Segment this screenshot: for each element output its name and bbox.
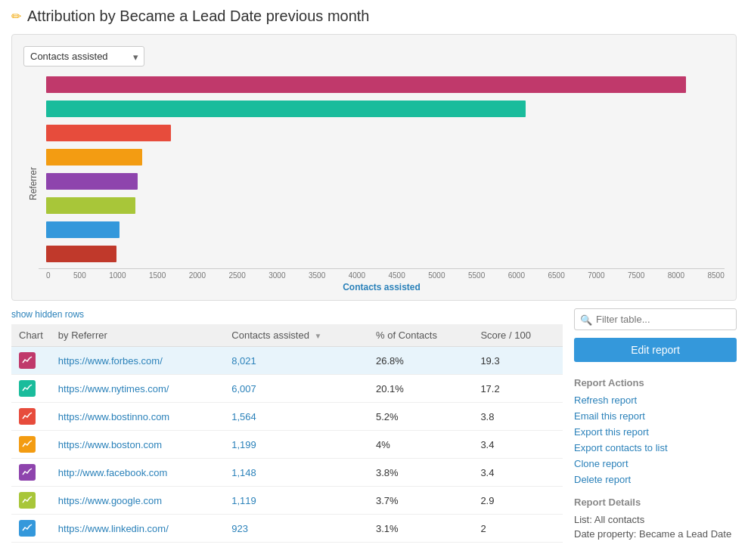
action-link-delete[interactable]: Delete report: [574, 474, 737, 485]
contacts-assisted-cell: 8,021: [224, 347, 368, 375]
referrer-cell: https://www.forbes.com/: [51, 347, 224, 375]
pct-contacts-cell: 5.2%: [368, 403, 473, 431]
detail-date-property: Date property: Became a Lead Date: [574, 528, 737, 540]
table-row: https://www.nytimes.com/ 6,007 20.1% 17.…: [11, 375, 563, 403]
data-table: Chart by Referrer Contacts assisted ▼ % …: [11, 324, 563, 543]
referrer-link[interactable]: http://www.facebook.com: [58, 467, 168, 478]
referrer-link[interactable]: https://www.forbes.com/: [58, 355, 163, 367]
chart-bar-row: [46, 243, 725, 265]
score-cell: 2: [473, 515, 563, 543]
referrer-link[interactable]: https://www.nytimes.com/: [58, 383, 169, 394]
contacts-assisted-cell: 1,564: [224, 403, 368, 431]
edit-icon[interactable]: ✏: [11, 9, 21, 23]
activity-svg: [22, 495, 33, 506]
report-details-title: Report Details: [574, 497, 737, 508]
chart-bar-row: [46, 147, 725, 168]
table-header-row: Chart by Referrer Contacts assisted ▼ % …: [11, 324, 563, 347]
dropdown-container: Contacts assisted Contacts influenced Ne…: [23, 46, 725, 67]
referrer-link[interactable]: https://www.boston.com: [58, 439, 162, 450]
bar-chart-icon: [19, 352, 36, 369]
table-row: http://www.facebook.com 1,148 3.8% 3.4: [11, 459, 563, 487]
x-tick: 5500: [468, 271, 485, 280]
col-contacts-assisted[interactable]: Contacts assisted ▼: [224, 324, 368, 347]
score-cell: 3.4: [473, 459, 563, 487]
referrer-cell: https://www.linkedin.com/: [51, 515, 224, 543]
action-link-export[interactable]: Export this report: [574, 426, 737, 438]
activity-svg: [22, 523, 33, 534]
chart-area: Referrer 0500100015002000250030003500400…: [23, 74, 725, 292]
x-tick: 1500: [149, 271, 166, 280]
col-chart: Chart: [11, 324, 51, 347]
action-links: Refresh reportEmail this reportExport th…: [574, 394, 737, 485]
chart-bar-row: [46, 171, 725, 192]
referrer-link[interactable]: https://www.google.com: [58, 495, 162, 506]
action-link-export-contacts[interactable]: Export contacts to list: [574, 442, 737, 453]
action-link-email[interactable]: Email this report: [574, 410, 737, 422]
x-tick: 2500: [229, 271, 246, 280]
page-title: ✏ Attribution by Became a Lead Date prev…: [11, 8, 737, 25]
action-link-refresh[interactable]: Refresh report: [574, 394, 737, 406]
table-row: https://www.google.com 1,119 3.7% 2.9: [11, 487, 563, 515]
x-tick: 3000: [268, 271, 285, 280]
search-icon: 🔍: [580, 314, 592, 325]
col-pct-contacts: % of Contacts: [368, 324, 473, 347]
referrer-link[interactable]: https://www.linkedin.com/: [58, 523, 169, 534]
detail-list: List: All contacts: [574, 514, 737, 525]
bar-chart-icon: [19, 520, 36, 537]
show-hidden-link[interactable]: show hidden rows: [11, 309, 84, 320]
sort-arrow-icon: ▼: [315, 332, 322, 340]
score-cell: 2.9: [473, 487, 563, 515]
chart-section: Contacts assisted Contacts influenced Ne…: [11, 34, 737, 301]
contacts-assisted-cell: 6,007: [224, 375, 368, 403]
activity-svg: [22, 383, 33, 394]
chart-bar-row: [46, 122, 725, 144]
edit-report-button[interactable]: Edit report: [574, 338, 737, 362]
pct-contacts-cell: 4%: [368, 431, 473, 459]
chart-inner: 0500100015002000250030003500400045005000…: [39, 74, 725, 292]
table-row: https://www.linkedin.com/ 923 3.1% 2: [11, 515, 563, 543]
filter-input[interactable]: [574, 308, 737, 330]
x-tick: 1000: [109, 271, 126, 280]
pct-contacts-cell: 20.1%: [368, 375, 473, 403]
chart-bar-row: [46, 98, 725, 119]
bar-chart-icon: [19, 492, 36, 509]
col-referrer: by Referrer: [51, 324, 224, 347]
x-tick: 7000: [588, 271, 604, 280]
chart-bar-row: [46, 219, 725, 240]
contacts-assisted-cell: 1,199: [224, 431, 368, 459]
referrer-cell: https://www.bostinno.com: [51, 403, 224, 431]
chart-icon-cell: [11, 487, 51, 515]
chart-bar: [46, 149, 142, 166]
chart-bar-row: [46, 195, 725, 216]
table-row: https://www.boston.com 1,199 4% 3.4: [11, 431, 563, 459]
pct-contacts-cell: 3.7%: [368, 487, 473, 515]
activity-svg: [22, 355, 33, 366]
score-cell: 19.3: [473, 347, 563, 375]
pct-contacts-cell: 26.8%: [368, 347, 473, 375]
referrer-cell: https://www.nytimes.com/: [51, 375, 224, 403]
table-body: https://www.forbes.com/ 8,021 26.8% 19.3…: [11, 347, 563, 543]
x-tick: 5000: [428, 271, 445, 280]
chart-bar: [46, 246, 116, 262]
contacts-assisted-cell: 923: [224, 515, 368, 543]
x-axis: 0500100015002000250030003500400045005000…: [39, 268, 725, 280]
activity-svg: [22, 439, 33, 450]
chart-icon-cell: [11, 347, 51, 375]
referrer-link[interactable]: https://www.bostinno.com: [58, 411, 169, 422]
score-cell: 17.2: [473, 375, 563, 403]
y-axis-label: Referrer: [23, 74, 39, 292]
x-tick: 500: [73, 271, 86, 280]
activity-svg: [22, 411, 33, 422]
pct-contacts-cell: 3.1%: [368, 515, 473, 543]
chart-bar-row: [46, 74, 725, 95]
metric-dropdown[interactable]: Contacts assisted Contacts influenced Ne…: [23, 46, 144, 67]
chart-bar: [46, 197, 135, 214]
referrer-cell: https://www.google.com: [51, 487, 224, 515]
x-tick: 8000: [668, 271, 684, 280]
x-tick: 6500: [548, 271, 565, 280]
x-tick: 4500: [389, 271, 405, 280]
action-link-clone[interactable]: Clone report: [574, 458, 737, 469]
metric-dropdown-wrapper: Contacts assisted Contacts influenced Ne…: [23, 46, 144, 67]
x-axis-label: Contacts assisted: [39, 282, 725, 292]
chart-bar: [46, 173, 138, 190]
